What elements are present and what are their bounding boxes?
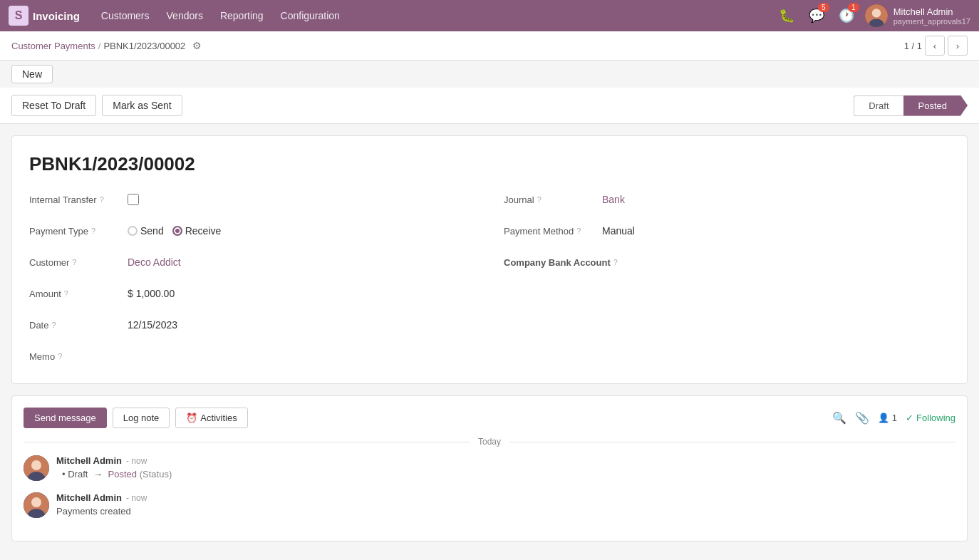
message-entry: Mitchell Admin - now • Draft → Posted (S… [24,455,955,481]
avatar [24,455,49,481]
send-message-button[interactable]: Send message [24,408,107,428]
nav-vendors[interactable]: Vendors [160,7,210,24]
app-name: Invoicing [33,10,80,22]
arrow-icon: → [93,469,103,479]
status-steps: Draft Posted [854,95,968,116]
bug-icon-btn[interactable]: 🐛 [775,4,798,27]
send-radio[interactable]: Send [128,225,164,237]
avatar [865,4,888,27]
internal-transfer-field: Internal Transfer ? [29,190,475,209]
form-card: PBNK1/2023/00002 Internal Transfer ? Pay… [11,135,968,384]
amount-help: ? [64,289,68,298]
pagination: 1 / 1 ‹ › [904,36,968,56]
user-details: Mitchell Admin payment_approvals17 [893,6,970,26]
checkmark-icon: ✓ [906,413,913,423]
avatar [24,492,49,518]
user-menu[interactable]: Mitchell Admin payment_approvals17 [865,4,970,27]
message-body: Mitchell Admin - now Payments created [56,492,955,518]
followers-badge[interactable]: 👤 1 [878,413,897,423]
date-label: Date ? [29,320,122,331]
payment-method-label: Payment Method ? [504,226,596,237]
bullet-icon: • [62,469,66,479]
send-radio-circle [128,226,138,236]
journal-field: Journal ? Bank [504,190,950,209]
svg-point-7 [31,497,41,507]
date-field: Date ? 12/15/2023 [29,315,475,335]
avatar-svg [24,455,49,481]
new-button[interactable]: New [11,65,53,83]
clock-icon-btn[interactable]: 🕐 1 [835,4,858,27]
avatar-svg [24,492,49,518]
timeline-date: Today [24,437,955,447]
app-logo: S [9,6,29,26]
status-draft[interactable]: Draft [854,95,903,116]
payment-method-value: Manual [602,225,635,237]
app-brand[interactable]: S Invoicing [9,6,80,26]
next-button[interactable]: › [948,36,968,56]
chatter-right-icons: 🔍 📎 👤 1 ✓ Following [832,411,955,425]
send-radio-label: Send [140,225,164,237]
new-btn-row: New [0,61,979,88]
message-content: • Draft → Posted (Status) [56,469,955,479]
main-content: PBNK1/2023/00002 Internal Transfer ? Pay… [0,124,979,553]
svg-point-1 [872,9,881,17]
action-buttons: Reset To Draft Mark as Sent [11,95,182,116]
msg-author: Mitchell Admin [56,492,122,503]
search-icon[interactable]: 🔍 [832,411,846,425]
status-posted[interactable]: Posted [903,95,968,116]
bug-icon: 🐛 [779,8,794,24]
customer-value[interactable]: Deco Addict [128,256,181,268]
nav-reporting[interactable]: Reporting [213,7,271,24]
receive-radio[interactable]: Receive [172,225,222,237]
activities-icon: ⏰ [186,413,197,423]
log-note-button[interactable]: Log note [113,408,170,428]
form-right-column: Journal ? Bank Payment Method ? Manual C… [504,190,950,366]
msg-author: Mitchell Admin [56,455,122,466]
amount-label: Amount ? [29,289,122,299]
internal-transfer-label: Internal Transfer ? [29,195,122,205]
receive-radio-circle [172,226,182,236]
avatar-svg [865,4,888,27]
msg-time: - now [126,493,147,503]
payment-type-field: Payment Type ? Send Receive [29,221,475,241]
form-left-column: Internal Transfer ? Payment Type ? Send [29,190,475,366]
activities-button[interactable]: ⏰ Activities [175,408,247,428]
payment-method-field: Payment Method ? Manual [504,221,950,241]
journal-label: Journal ? [504,195,596,205]
payment-type-label: Payment Type ? [29,226,122,237]
customer-help: ? [72,258,76,266]
breadcrumb-sep: / [98,41,101,51]
amount-value: $ 1,000.00 [128,288,175,299]
chatter: Send message Log note ⏰ Activities 🔍 📎 👤… [11,395,968,541]
svg-point-4 [31,460,41,470]
payment-type-radio-group: Send Receive [128,225,221,237]
date-value: 12/15/2023 [128,319,177,331]
breadcrumb-parent[interactable]: Customer Payments [11,41,95,51]
record-title: PBNK1/2023/00002 [29,153,950,175]
followers-count: 1 [892,413,897,423]
breadcrumb: Customer Payments / PBNK1/2023/00002 ⚙ [11,40,202,51]
chat-badge: 5 [818,3,829,12]
memo-help: ? [58,352,62,361]
reset-to-draft-button[interactable]: Reset To Draft [11,95,96,116]
journal-value[interactable]: Bank [602,194,625,205]
clock-badge: 1 [848,3,859,12]
following-label: Following [916,413,955,423]
nav-customers[interactable]: Customers [94,7,157,24]
pagination-text: 1 / 1 [904,41,922,51]
following-button[interactable]: ✓ Following [906,413,955,423]
mark-as-sent-button[interactable]: Mark as Sent [102,95,182,116]
customer-field: Customer ? Deco Addict [29,252,475,272]
nav-links: Customers Vendors Reporting Configuratio… [94,7,761,24]
nav-configuration[interactable]: Configuration [274,7,347,24]
status-label: (Status) [140,469,172,479]
chatter-toolbar: Send message Log note ⏰ Activities 🔍 📎 👤… [24,408,955,428]
message-text: Payments created [56,506,131,517]
company-bank-account-field: Company Bank Account ? [504,252,950,272]
chat-icon-btn[interactable]: 💬 5 [805,4,828,27]
gear-icon[interactable]: ⚙ [192,40,202,51]
prev-button[interactable]: ‹ [925,36,945,56]
message-content: Payments created [56,506,955,517]
internal-transfer-checkbox[interactable] [128,194,139,205]
paperclip-icon[interactable]: 📎 [855,411,869,425]
